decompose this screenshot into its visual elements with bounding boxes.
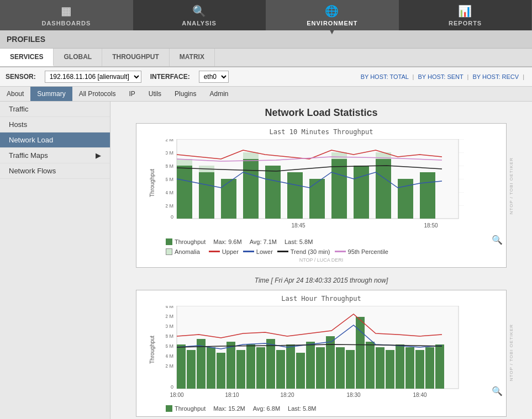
svg-rect-37	[256, 347, 265, 389]
separator-3: |	[523, 73, 524, 80]
chart1-svg-wrap: Throughput	[141, 139, 502, 233]
sidebar-item-network-load[interactable]: Network Load	[0, 132, 110, 148]
menu-admin[interactable]: Admin	[203, 87, 235, 101]
chart1-title: Last 10 Minutes Throughput	[141, 128, 502, 136]
throughput2-color-box	[166, 405, 172, 412]
sidebar-item-traffic[interactable]: Traffic	[0, 102, 110, 117]
ntop-oetiker2-label: NTOP / TOBI OETIKER	[509, 324, 514, 381]
menu-plugins[interactable]: Plugins	[168, 87, 203, 101]
svg-text:18:00: 18:00	[170, 392, 183, 398]
chart2-svg: 18:00 18:10 18:20 18:30 18:40 14 M 12 M …	[166, 306, 464, 400]
profiles-label: PROFILES	[7, 35, 45, 44]
nav-environment-label: ENVIRONMENT	[307, 20, 357, 26]
sensor-label: SENSOR:	[6, 73, 36, 81]
svg-text:0: 0	[171, 384, 173, 390]
svg-rect-48	[366, 342, 375, 389]
svg-rect-9	[331, 159, 347, 219]
nav-analysis-label: ANALYSIS	[182, 20, 217, 26]
host-links: BY HOST: TOTAL | BY HOST: SENT | BY HOST…	[361, 73, 526, 80]
menu-ip[interactable]: IP	[122, 87, 141, 101]
svg-rect-29	[177, 344, 186, 389]
svg-rect-39	[276, 350, 285, 389]
svg-text:18:45: 18:45	[291, 222, 305, 229]
dashboards-icon: ▦	[61, 4, 72, 18]
nav-dashboards-label: DASHBOARDS	[41, 20, 91, 26]
menu-utils[interactable]: Utils	[142, 87, 168, 101]
chart2-legend: Throughput Max: 15.2M Avg: 6.8M Last: 5.…	[141, 403, 502, 412]
ntop-luca-label: NTOP / LUCA DERI	[141, 257, 502, 263]
reports-icon: 📊	[458, 4, 472, 18]
trend-color-line	[277, 251, 288, 252]
chart1-last: Last: 5.8M	[285, 238, 313, 245]
chart2-max: Max: 15.2M	[213, 405, 245, 412]
throughput-color-box	[166, 238, 172, 245]
sidebar-item-network-flows[interactable]: Network Flows	[0, 163, 110, 179]
legend-throughput-label: Throughput	[175, 238, 206, 245]
svg-rect-50	[386, 350, 394, 389]
svg-rect-2	[177, 166, 192, 219]
svg-rect-10	[354, 166, 369, 219]
svg-text:18:50: 18:50	[424, 222, 438, 229]
tab-services[interactable]: SERVICES	[0, 49, 54, 66]
svg-text:4 M: 4 M	[166, 353, 173, 359]
by-host-sent-link[interactable]: BY HOST: SENT	[418, 73, 463, 80]
sensor-select[interactable]: 192.168.11.106 [alienvault]	[45, 71, 141, 83]
section-title: Network Load Statistics	[119, 107, 523, 119]
svg-rect-47	[356, 317, 365, 389]
tab-throughput[interactable]: THROUGHPUT	[102, 49, 170, 66]
svg-rect-38	[266, 339, 275, 389]
lower-color-line	[243, 251, 254, 252]
legend-trend-label: Trend (30 min)	[291, 248, 330, 255]
svg-text:18:20: 18:20	[280, 392, 294, 398]
svg-rect-35	[236, 350, 245, 389]
tab-matrix[interactable]: MATRIX	[170, 49, 215, 66]
nav-reports[interactable]: 📊 REPORTS	[399, 0, 532, 30]
legend2-throughput: Throughput	[166, 405, 206, 412]
legend2-throughput-label: Throughput	[175, 405, 206, 412]
nav-analysis[interactable]: 🔍 ANALYSIS	[133, 0, 266, 30]
percentile-color-line	[335, 251, 346, 252]
svg-rect-13	[420, 172, 435, 219]
sidebar-item-traffic-maps[interactable]: Traffic Maps ▶	[0, 148, 110, 163]
svg-text:6 M: 6 M	[166, 177, 173, 182]
legend-percentile-label: 95th Percentile	[348, 248, 388, 255]
legend-anomalia: Anomalia	[166, 248, 200, 255]
svg-rect-33	[217, 353, 225, 389]
chart2-y-label: Throughput	[149, 342, 155, 364]
by-host-recv-link[interactable]: BY HOST: RECV	[473, 73, 519, 80]
svg-text:10 M: 10 M	[166, 323, 173, 329]
chart2-zoom-icon[interactable]: 🔍	[492, 386, 503, 396]
menu-about[interactable]: About	[0, 87, 30, 101]
nav-environment[interactable]: 🌐 ENVIRONMENT	[266, 0, 399, 30]
by-host-total-link[interactable]: BY HOST: TOTAL	[361, 73, 409, 80]
svg-rect-52	[405, 347, 414, 389]
ntop-oetiker-label: NTOP / TOBI OETIKER	[509, 157, 514, 214]
chart1-zoom-icon[interactable]: 🔍	[492, 235, 503, 245]
svg-rect-34	[227, 342, 235, 389]
svg-rect-16	[243, 152, 259, 159]
main-content: Traffic Hosts Network Load Traffic Maps …	[0, 102, 532, 419]
sidebar-item-hosts[interactable]: Hosts	[0, 117, 110, 132]
svg-rect-55	[435, 344, 444, 389]
chart1-y-label: Throughput	[149, 175, 155, 197]
legend-percentile: 95th Percentile	[335, 248, 388, 255]
menu-summary[interactable]: Summary	[30, 87, 72, 101]
svg-rect-17	[331, 152, 347, 159]
top-navigation: ▦ DASHBOARDS 🔍 ANALYSIS 🌐 ENVIRONMENT 📊 …	[0, 0, 532, 30]
chart1-legend: Throughput Max: 9.6M Avg: 7.1M Last: 5.8…	[141, 236, 502, 245]
interface-select[interactable]: eth0	[199, 71, 229, 83]
analysis-icon: 🔍	[192, 4, 207, 18]
chart1-svg: 18:45 18:50 12 M 10 M 8 M 6 M 4 M 2 M 0	[166, 139, 464, 233]
sidebar: Traffic Hosts Network Load Traffic Maps …	[0, 102, 110, 419]
tab-global[interactable]: GLOBAL	[54, 49, 102, 66]
svg-text:18:30: 18:30	[346, 392, 360, 398]
svg-rect-4	[221, 179, 236, 219]
svg-rect-41	[296, 353, 305, 389]
chart1-container: Last 10 Minutes Throughput Throughput	[136, 123, 507, 268]
anomalia-color-box	[166, 248, 172, 255]
environment-icon: 🌐	[325, 4, 339, 18]
menu-all-protocols[interactable]: All Protocols	[72, 87, 123, 101]
svg-text:6 M: 6 M	[166, 343, 173, 349]
nav-dashboards[interactable]: ▦ DASHBOARDS	[0, 0, 133, 30]
svg-rect-8	[309, 179, 325, 219]
